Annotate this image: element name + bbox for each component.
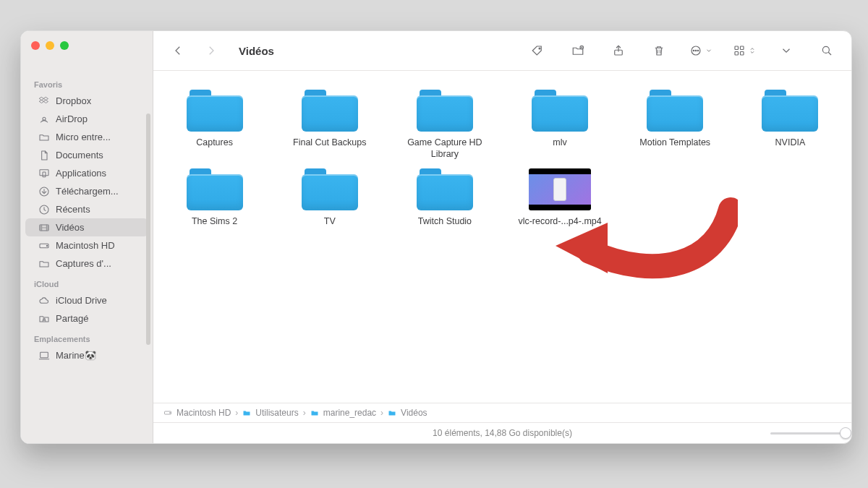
sidebar-item-label: AirDrop: [56, 114, 88, 124]
chevron-right-icon: ›: [303, 408, 306, 418]
sidebar-section-header: Emplacements: [21, 328, 153, 346]
folder-icon: [762, 90, 818, 132]
view-mode-button[interactable]: [733, 44, 756, 57]
item-name: Final Cut Backups: [293, 137, 366, 149]
svg-rect-19: [735, 52, 739, 56]
sidebar-item-label: Récents: [56, 204, 90, 215]
folder-item[interactable]: mlv: [505, 85, 616, 160]
sidebar-item[interactable]: Partagé: [25, 309, 148, 328]
video-icon: [38, 222, 50, 234]
sidebar-scrollbar[interactable]: [146, 114, 150, 345]
status-bar: 10 éléments, 14,88 Go disponible(s): [153, 422, 851, 443]
folder-icon: [532, 90, 588, 132]
hd-icon: [163, 408, 172, 417]
trash-button[interactable]: [649, 40, 669, 61]
folder-icon: [38, 258, 50, 270]
sidebar-item[interactable]: iCloud Drive: [25, 291, 148, 309]
toolbar: Vidéos: [153, 31, 851, 71]
sidebar-item[interactable]: Marine🐼: [25, 346, 148, 364]
sidebar-item-label: Vidéos: [56, 222, 85, 233]
folder-item[interactable]: The Sims 2: [159, 164, 270, 228]
new-folder-button[interactable]: [568, 40, 588, 61]
close-button[interactable]: [31, 41, 40, 50]
tags-button[interactable]: [527, 40, 548, 61]
sidebar-item-label: Micro entre...: [56, 132, 111, 142]
group-by-button[interactable]: [776, 40, 796, 61]
download-icon: [38, 186, 50, 197]
sidebar-item-label: Applications: [56, 168, 106, 179]
item-name: Captures: [196, 137, 233, 149]
chevron-right-icon: ›: [380, 408, 383, 418]
sidebar-item[interactable]: Macintosh HD: [25, 236, 148, 254]
sidebar-item[interactable]: Dropbox: [25, 92, 148, 110]
path-segment[interactable]: Macintosh HD: [163, 408, 231, 418]
sidebar-item-label: Documents: [56, 150, 103, 160]
folder-item[interactable]: Twitch Studio: [389, 164, 500, 228]
sidebar-item[interactable]: Récents: [25, 200, 148, 218]
file-grid[interactable]: CapturesFinal Cut BackupsGame Capture HD…: [153, 71, 851, 403]
sidebar-item-label: Téléchargem...: [56, 186, 119, 197]
actions-menu[interactable]: [689, 44, 712, 57]
sidebar-item[interactable]: Micro entre...: [25, 128, 148, 146]
folder-item[interactable]: Captures: [159, 85, 270, 160]
folder-icon: [187, 90, 243, 132]
svg-point-16: [697, 50, 699, 51]
svg-point-15: [695, 50, 697, 51]
svg-point-7: [46, 245, 47, 246]
clock-icon: [38, 204, 50, 215]
sidebar-item[interactable]: Documents: [25, 146, 148, 164]
file-item[interactable]: vlc-record-...p4-.mp4: [505, 164, 616, 228]
path-segment[interactable]: marine_redac: [310, 408, 376, 418]
folder-icon: [302, 90, 358, 132]
svg-point-10: [539, 48, 540, 49]
forward-button[interactable]: [201, 40, 221, 61]
minimize-button[interactable]: [46, 41, 54, 50]
folder-item[interactable]: Game Capture HD Library: [389, 85, 500, 160]
item-name: mlv: [553, 137, 566, 149]
video-thumbnail: [529, 168, 591, 210]
path-segment-label: Vidéos: [401, 408, 427, 418]
sidebar-item-label: Dropbox: [56, 95, 91, 106]
folder-icon: [647, 90, 703, 132]
path-bar[interactable]: Macintosh HD›Utilisateurs›marine_redac›V…: [153, 403, 851, 422]
item-name: vlc-record-...p4-.mp4: [518, 216, 601, 228]
folder-item[interactable]: Motion Templates: [620, 85, 731, 160]
sidebar-item-label: Marine🐼: [56, 350, 96, 361]
sidebar-item[interactable]: Téléchargem...: [25, 182, 148, 200]
share-button[interactable]: [608, 40, 629, 61]
sidebar-item[interactable]: Captures d'...: [25, 254, 148, 273]
folder-icon: [417, 90, 473, 132]
mac-icon: [38, 350, 50, 361]
folder-icon: [310, 408, 319, 417]
svg-point-14: [693, 50, 694, 51]
sidebar: FavorisDropboxAirDropMicro entre...Docum…: [21, 31, 153, 443]
path-segment[interactable]: Utilisateurs: [242, 408, 298, 418]
search-button[interactable]: [817, 40, 837, 61]
path-segment[interactable]: Vidéos: [388, 408, 427, 418]
folder-item[interactable]: TV: [274, 164, 385, 228]
maximize-button[interactable]: [60, 41, 69, 50]
path-segment-label: marine_redac: [323, 408, 376, 418]
shared-icon: [38, 313, 50, 325]
svg-rect-20: [741, 52, 744, 56]
path-segment-label: Macintosh HD: [176, 408, 231, 418]
zoom-slider[interactable]: [770, 427, 841, 439]
sidebar-item[interactable]: Vidéos: [25, 218, 148, 236]
item-name: Twitch Studio: [418, 216, 472, 228]
svg-point-21: [822, 46, 829, 53]
dropbox-icon: [38, 95, 50, 107]
svg-rect-17: [735, 46, 739, 50]
chevron-right-icon: ›: [235, 408, 238, 418]
folder-item[interactable]: NVIDIA: [735, 85, 846, 160]
window-controls: [21, 31, 153, 70]
item-name: The Sims 2: [192, 216, 237, 228]
sidebar-item[interactable]: AirDrop: [25, 110, 148, 128]
back-button[interactable]: [168, 40, 188, 61]
item-name: Game Capture HD Library: [394, 137, 495, 160]
svg-line-22: [828, 52, 831, 55]
status-text: 10 éléments, 14,88 Go disponible(s): [433, 428, 572, 438]
folder-icon: [187, 168, 243, 210]
sidebar-item[interactable]: Applications: [25, 164, 148, 182]
svg-rect-2: [43, 172, 46, 177]
folder-item[interactable]: Final Cut Backups: [274, 85, 385, 160]
